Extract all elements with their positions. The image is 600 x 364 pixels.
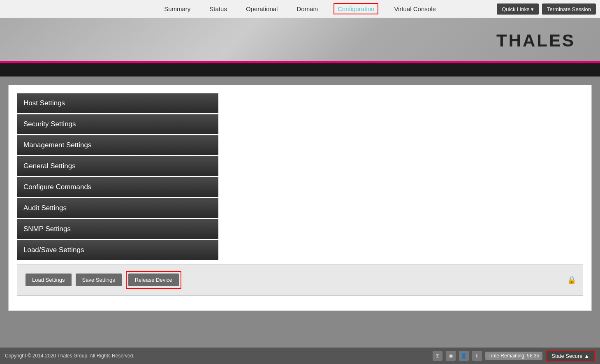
save-settings-button[interactable]: Save Settings [76,274,122,286]
time-remaining: Time Remaining: 56:35 [485,352,543,360]
release-device-button[interactable]: Release Device [128,274,179,286]
sidebar-item-general-settings[interactable]: General Settings [17,156,218,176]
lock-icon: 🔒 [567,276,576,285]
terminate-session-button[interactable]: Terminate Session [542,3,596,14]
nav-summary[interactable]: Summary [161,4,194,14]
sidebar-item-management-settings[interactable]: Management Settings [17,135,218,155]
main-area: Host Settings Security Settings Manageme… [0,77,600,348]
info-icon[interactable]: ℹ [472,351,482,361]
state-secure-button[interactable]: State Secure ▲ [546,350,595,362]
black-bar [0,63,600,77]
load-settings-button[interactable]: Load Settings [25,274,72,286]
person-icon[interactable]: 👤 [459,351,469,361]
nav-virtual-console[interactable]: Virtual Console [391,4,439,14]
footer-copyright: Copyright © 2014-2020 Thales Group. All … [5,353,134,359]
quick-links-button[interactable]: Quick Links ▾ [497,3,539,14]
nav-operational[interactable]: Operational [243,4,281,14]
sidebar-item-snmp-settings[interactable]: SNMP Settings [17,219,218,239]
release-device-wrapper: Release Device [126,271,181,289]
nav-right-actions: Quick Links ▾ Terminate Session [497,3,596,14]
sidebar-item-host-settings[interactable]: Host Settings [17,93,218,113]
sidebar-item-security-settings[interactable]: Security Settings [17,114,218,134]
circle-icon[interactable]: ◉ [446,351,456,361]
nav-status[interactable]: Status [206,4,230,14]
sidebar-item-load-save-settings[interactable]: Load/Save Settings [17,240,218,260]
sidebar-menu: Host Settings Security Settings Manageme… [17,93,218,260]
nav-domain[interactable]: Domain [293,4,321,14]
nav-configuration[interactable]: Configuration [334,3,378,14]
sidebar-item-configure-commands[interactable]: Configure Commands [17,177,218,197]
grid-icon[interactable]: ⊞ [433,351,442,361]
thales-logo: THALES [496,31,575,51]
content-panel: Host Settings Security Settings Manageme… [8,85,592,311]
footer: Copyright © 2014-2020 Thales Group. All … [0,348,600,364]
header-banner: THALES [0,18,600,63]
nav-links: Summary Status Operational Domain Config… [161,3,439,14]
action-bar: Load Settings Save Settings Release Devi… [17,264,583,296]
top-nav-bar: Summary Status Operational Domain Config… [0,0,600,18]
sidebar-item-audit-settings[interactable]: Audit Settings [17,198,218,218]
footer-right: ⊞ ◉ 👤 ℹ Time Remaining: 56:35 State Secu… [433,350,595,362]
